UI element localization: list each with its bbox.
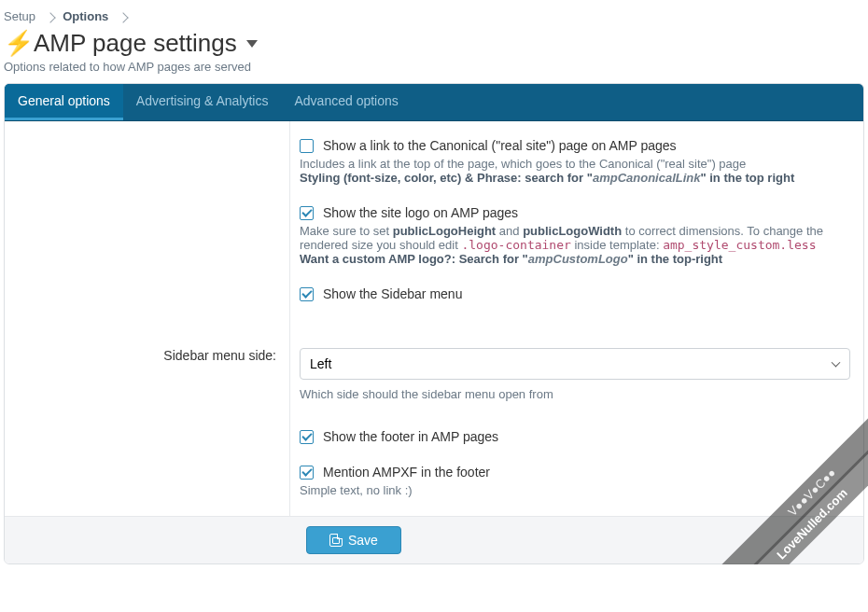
footer-bar: Save (5, 516, 863, 563)
label-footer: Show the footer in AMP pages (323, 429, 498, 444)
page-title-text: ⚡AMP page settings (4, 29, 237, 58)
chevron-right-icon (118, 12, 128, 22)
breadcrumb: Setup Options (0, 0, 868, 23)
save-icon (329, 534, 343, 547)
page-title: ⚡AMP page settings (0, 23, 868, 60)
help-canonical-2: Styling (font-size, color, etc) & Phrase… (300, 171, 850, 185)
label-sidebar-menu: Show the Sidebar menu (323, 286, 462, 301)
help-canonical-1: Includes a link at the top of the page, … (300, 157, 850, 171)
help-sidebar-side: Which side should the sidebar menu open … (300, 387, 850, 401)
label-mention-ampxf: Mention AMPXF in the footer (323, 465, 490, 480)
save-button[interactable]: Save (306, 526, 401, 554)
label-sidebar-side: Sidebar menu side: (5, 335, 289, 516)
checkbox-footer[interactable] (300, 430, 314, 444)
select-sidebar-side[interactable]: Left (300, 348, 850, 380)
tabs: General options Advertising & Analytics … (5, 84, 863, 121)
chevron-right-icon (45, 12, 55, 22)
label-site-logo: Show the site logo on AMP pages (323, 205, 518, 220)
checkbox-sidebar-menu[interactable] (300, 287, 314, 301)
page-subtitle: Options related to how AMP pages are ser… (0, 60, 868, 83)
breadcrumb-setup[interactable]: Setup (4, 9, 35, 23)
tab-general[interactable]: General options (5, 84, 123, 120)
checkbox-canonical-link[interactable] (300, 139, 314, 153)
checkbox-site-logo[interactable] (300, 206, 314, 220)
breadcrumb-options[interactable]: Options (63, 9, 108, 23)
help-mention-ampxf: Simple text, no link :) (300, 483, 850, 497)
label-canonical-link: Show a link to the Canonical ("real site… (323, 138, 677, 153)
options-panel: General options Advertising & Analytics … (4, 83, 864, 564)
help-logo-1: Make sure to set publicLogoHeight and pu… (300, 224, 850, 252)
checkbox-mention-ampxf[interactable] (300, 466, 314, 480)
help-logo-2: Want a custom AMP logo?: Search for "amp… (300, 252, 850, 266)
tab-advanced[interactable]: Advanced options (281, 84, 411, 120)
tab-advertising-analytics[interactable]: Advertising & Analytics (123, 84, 282, 120)
chevron-down-icon[interactable] (246, 40, 258, 48)
